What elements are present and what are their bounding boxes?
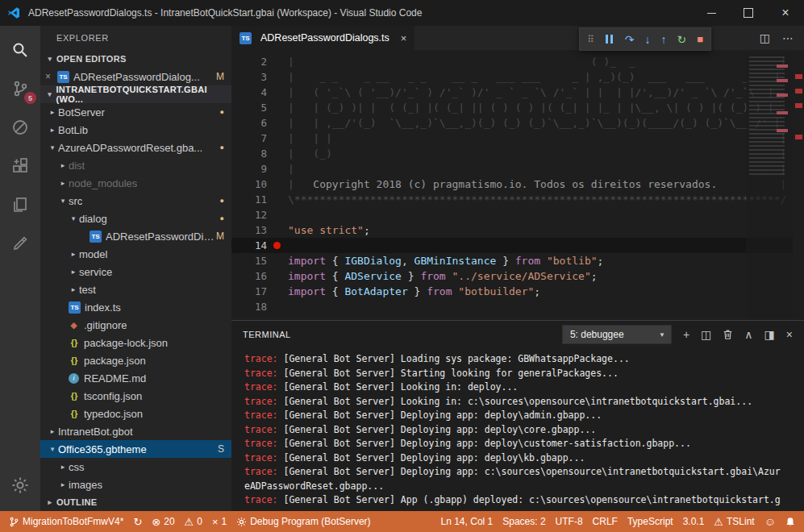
restart-button[interactable]: ↻ — [677, 34, 687, 45]
tree-item[interactable]: ▾AzureADPasswordReset.gba...● — [40, 139, 231, 156]
terminal-output[interactable]: trace: [General Bot Server] Loading sys … — [231, 348, 804, 511]
code-line-7[interactable]: 7| | | | — [231, 131, 804, 146]
fix-count[interactable]: ×1 — [207, 511, 231, 532]
tree-item[interactable]: TSindex.ts — [40, 298, 231, 316]
workspace-header[interactable]: ▾ INTRANETBOTQUICKSTART.GBAI (WO... — [40, 85, 231, 103]
tree-item[interactable]: ▸images — [40, 476, 231, 493]
tree-item[interactable]: ▸service — [40, 263, 231, 281]
tree-item[interactable]: ▸dist — [40, 156, 231, 174]
language-mode[interactable]: TypeScript — [623, 511, 678, 532]
tab-adresetpassworddialogs[interactable]: TS ADResetPasswordDialogs.ts × — [231, 26, 414, 50]
tree-item[interactable]: {}typedoc.json — [40, 405, 231, 422]
code-line-18[interactable]: 18 — [231, 299, 804, 314]
code-line-15[interactable]: 15import { IGBDialog, GBMinInstance } fr… — [231, 253, 804, 268]
code-line-5[interactable]: 5| | (_) )| | ( (_| |( (_| || ( ) ( ) |(… — [231, 100, 804, 115]
error-mark — [795, 135, 802, 139]
terminal-line: trace: [General Bot Server] Deploying ap… — [244, 451, 804, 466]
errors-count[interactable]: ⊗20 — [147, 511, 179, 532]
more-actions-button[interactable]: ⋯ — [782, 31, 794, 44]
chevron-right-icon: ▸ — [47, 427, 58, 435]
toggle-panel-position-button[interactable]: ◨ — [764, 328, 775, 341]
code-line-8[interactable]: 8| (_) | — [231, 146, 804, 161]
indentation[interactable]: Spaces: 2 — [498, 511, 550, 532]
step-over-button[interactable]: ↷ — [625, 34, 635, 45]
open-editors-header[interactable]: ▾ OPEN EDITORS — [40, 50, 231, 68]
outline-header[interactable]: ▸ OUTLINE — [40, 493, 231, 511]
kill-terminal-button[interactable] — [723, 329, 733, 340]
tree-item[interactable]: ▾dialog● — [40, 210, 231, 227]
tree-item[interactable]: iREADME.md — [40, 369, 231, 387]
terminal-selector-dropdown[interactable]: 5: debuggee ▼ — [562, 325, 672, 344]
drag-handle[interactable]: ⠿ — [587, 35, 594, 44]
tree-item[interactable]: {}package.json — [40, 351, 231, 369]
close-panel-button[interactable]: × — [786, 328, 793, 341]
overview-ruler[interactable] — [793, 50, 804, 320]
tree-item[interactable]: TSADResetPasswordDial...M — [40, 227, 231, 245]
code-line-11[interactable]: 11\*************************************… — [231, 192, 804, 207]
breakpoint-dot[interactable] — [273, 242, 281, 249]
pause-button[interactable] — [605, 35, 614, 44]
tree-item[interactable]: ▸test — [40, 281, 231, 298]
code-line-17[interactable]: 17import { BotAdapter } from "botbuilder… — [231, 284, 804, 299]
code-line-9[interactable]: 9| | — [231, 161, 804, 177]
notifications-bell[interactable] — [781, 511, 800, 532]
circle-slash-icon[interactable] — [0, 108, 40, 147]
maximize-panel-button[interactable]: ∧ — [744, 328, 752, 341]
tab-close-icon[interactable]: × — [401, 32, 407, 44]
terminal-line: trace: [General Bot Server] Deploying ap… — [244, 423, 804, 438]
open-editor-item[interactable]: ×TSADResetPasswordDialog...M — [40, 68, 231, 85]
edit-icon[interactable] — [0, 224, 40, 263]
tree-item[interactable]: ▾Office365.gbthemeS — [40, 440, 231, 458]
tree-item[interactable]: ▸IntranetBot.gbot — [40, 422, 231, 440]
tab-title: ADResetPasswordDialogs.ts — [260, 32, 390, 44]
typescript-version[interactable]: 3.0.1 — [678, 511, 710, 532]
maximize-button[interactable] — [730, 0, 767, 26]
search-icon[interactable] — [0, 31, 40, 69]
tree-item[interactable]: ◆.gitignore — [40, 316, 231, 334]
tslint-status[interactable]: ⚠TSLint — [709, 511, 759, 532]
tree-item[interactable]: ▸BotServer● — [40, 103, 231, 121]
close-button[interactable]: × — [767, 0, 804, 26]
pages-icon[interactable] — [0, 185, 40, 224]
terminal-tab[interactable]: TERMINAL — [243, 330, 291, 339]
json-file-icon: {} — [69, 338, 80, 347]
tree-item[interactable]: ▾src● — [40, 192, 231, 210]
tree-item[interactable]: ▸model — [40, 245, 231, 263]
extensions-icon[interactable] — [0, 147, 40, 185]
split-terminal-button[interactable]: ◫ — [701, 328, 711, 341]
tree-item[interactable]: ▸node_modules — [40, 174, 231, 192]
code-line-10[interactable]: 10| Copyright 2018 (c) pragmatismo.io. T… — [231, 177, 804, 192]
close-icon[interactable]: × — [45, 71, 57, 82]
code-line-3[interactable]: 3| _ _ _ __ _ _ __ _ ___ ___ _ | ,_)(_) … — [231, 69, 804, 85]
source-control-icon[interactable]: 5 — [0, 69, 40, 108]
code-editor[interactable]: 2| ( )_ _ |3| _ _ _ __ _ _ __ _ ___ ___ … — [231, 50, 804, 320]
code-line-13[interactable]: 13"use strict"; — [231, 222, 804, 238]
feedback-smiley[interactable]: ☺ — [760, 511, 781, 532]
split-editor-button[interactable]: ◫ — [760, 31, 770, 44]
step-out-button[interactable]: ↑ — [661, 34, 667, 45]
add-terminal-button[interactable]: + — [683, 328, 689, 341]
code-line-4[interactable]: 4| ( '_`\ ( '__)/'_` ) /'_` )/' _ ` _ `\… — [231, 85, 804, 100]
code-line-12[interactable]: 12 — [231, 207, 804, 222]
tree-item[interactable]: {}tsconfig.json — [40, 387, 231, 405]
minimap[interactable] — [746, 53, 793, 320]
step-into-button[interactable]: ↓ — [645, 34, 651, 45]
git-branch[interactable]: MigrationToBotFmwV4* — [4, 511, 128, 532]
line-number: 13 — [231, 222, 278, 238]
tree-item[interactable]: {}package-lock.json — [40, 334, 231, 351]
tree-item[interactable]: ▸css — [40, 458, 231, 476]
eol-sequence[interactable]: CRLF — [588, 511, 623, 532]
code-line-16[interactable]: 16import { ADService } from "../service/… — [231, 268, 804, 284]
sync-button[interactable]: ↻ — [128, 511, 147, 532]
warnings-count[interactable]: ⚠0 — [180, 511, 207, 532]
code-line-2[interactable]: 2| ( )_ _ | — [231, 54, 804, 69]
stop-button[interactable]: ■ — [697, 34, 703, 44]
minimize-button[interactable] — [693, 0, 730, 26]
debug-launch[interactable]: Debug Program (BotServer) — [231, 511, 375, 532]
code-line-14[interactable]: 14 — [231, 238, 804, 253]
tree-item[interactable]: ▸BotLib — [40, 121, 231, 139]
gear-icon[interactable] — [0, 466, 40, 505]
encoding[interactable]: UTF-8 — [551, 511, 588, 532]
cursor-position[interactable]: Ln 14, Col 1 — [436, 511, 498, 532]
code-line-6[interactable]: 6| | ,__/'(_) `\__,_)`\__,_)(_) (_) (_)`… — [231, 115, 804, 131]
